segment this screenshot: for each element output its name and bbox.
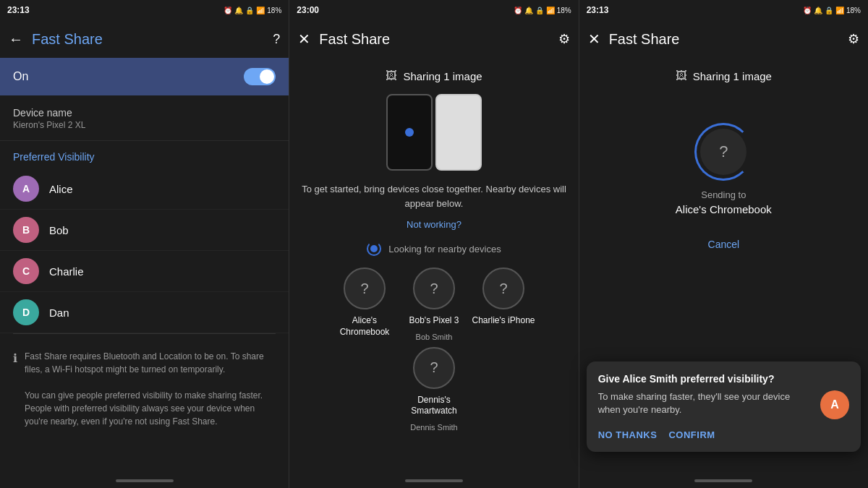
device-dennis-watch[interactable]: ? Dennis'sSmartwatch Dennis Smith <box>402 347 466 432</box>
device-owner-bob: Bob Smith <box>416 333 453 341</box>
phone-right <box>435 94 482 171</box>
avatar-bob: B <box>13 217 39 243</box>
mute-icon: 🔔 <box>234 7 243 14</box>
status-bar-1: 23:13 ⏰ 🔔 🔒 📶 18% <box>0 0 289 20</box>
page-title-3: Fast Share <box>609 31 839 48</box>
device-bob-pixel[interactable]: ? Bob's Pixel 3 Bob Smith <box>402 267 466 341</box>
no-thanks-button[interactable]: No thanks <box>598 429 658 440</box>
contact-dan[interactable]: D Dan <box>0 292 289 333</box>
info-text-1: Fast Share requires Bluetooth and Locati… <box>25 350 276 376</box>
device-icon-alice: ? <box>344 267 386 309</box>
back-icon[interactable]: ← <box>9 31 23 48</box>
device-owner-dennis: Dennis Smith <box>410 423 457 432</box>
avatar-charlie: C <box>13 258 39 284</box>
avatar-dan: D <box>13 299 39 325</box>
title-bar-1: ← Fast Share ? <box>0 20 289 58</box>
sending-content: 🖼 Sharing 1 image ? Sending to Alice's C… <box>579 58 868 474</box>
mute-icon-2: 🔔 <box>524 7 533 14</box>
looking-label: Looking for nearby devices <box>388 244 501 254</box>
panel-settings: 23:13 ⏰ 🔔 🔒 📶 18% ← Fast Share ? On Devi… <box>0 0 289 488</box>
home-indicator-1 <box>0 474 289 488</box>
vpn-icon-3: 🔒 <box>825 7 833 14</box>
sharing-content: 🖼 Sharing 1 image To get started, bring … <box>289 58 578 474</box>
info-box: ℹ Fast Share requires Bluetooth and Loca… <box>0 340 289 438</box>
device-name-dennis: Dennis'sSmartwatch <box>411 395 456 417</box>
home-indicator-3 <box>579 474 868 488</box>
close-icon-2[interactable]: ✕ <box>298 30 310 48</box>
phone-left <box>386 94 433 171</box>
info-icon: ℹ <box>13 351 17 428</box>
device-name-row[interactable]: Device name Kieron's Pixel 2 XL <box>0 97 289 141</box>
avatar-alice: A <box>13 176 39 202</box>
alarm-icon: ⏰ <box>224 7 232 14</box>
sending-to-label: Sending to <box>701 189 746 200</box>
phones-animation <box>386 94 482 171</box>
settings-icon-3[interactable]: ⚙ <box>848 31 859 47</box>
divider-1 <box>13 333 276 334</box>
sending-to-name: Alice's Chromebook <box>676 203 772 215</box>
info-text-container: Fast Share requires Bluetooth and Locati… <box>25 350 276 428</box>
contact-name-alice: Alice <box>49 183 73 195</box>
sending-container: ? Sending to Alice's Chromebook <box>676 123 772 215</box>
device-icon-charlie: ? <box>482 267 524 309</box>
device-alice-chromebook[interactable]: ? Alice'sChromebook <box>333 267 396 341</box>
battery-text-3: 18% <box>846 7 861 14</box>
sending-inner: ? <box>700 129 746 175</box>
preferred-visibility-header: Preferred Visibility <box>0 141 289 168</box>
mute-icon-3: 🔔 <box>814 7 822 14</box>
device-icon-bob: ? <box>413 267 455 309</box>
status-time-3: 23:13 <box>587 5 609 15</box>
preferred-visibility-sheet: Give Alice Smith preferred visibility? T… <box>587 361 861 452</box>
device-name-value: Kieron's Pixel 2 XL <box>13 120 276 130</box>
on-row[interactable]: On <box>0 58 289 95</box>
contact-alice[interactable]: A Alice <box>0 168 289 210</box>
on-toggle[interactable] <box>244 68 276 85</box>
cancel-button[interactable]: Cancel <box>708 239 740 250</box>
contact-name-dan: Dan <box>49 307 69 319</box>
image-icon-3: 🖼 <box>676 69 687 82</box>
device-icon-dennis: ? <box>413 347 455 389</box>
battery-text-2: 18% <box>557 7 571 14</box>
contact-name-bob: Bob <box>49 224 69 236</box>
battery-text: 18% <box>267 7 281 14</box>
contact-charlie[interactable]: C Charlie <box>0 251 289 292</box>
contact-name-charlie: Charlie <box>49 265 84 278</box>
settings-icon-2[interactable]: ⚙ <box>558 31 570 47</box>
status-time-1: 23:13 <box>7 5 30 15</box>
status-icons-2: ⏰ 🔔 🔒 📶 18% <box>514 7 571 14</box>
page-title-1: Fast Share <box>32 31 264 48</box>
title-bar-3: ✕ Fast Share ⚙ <box>579 20 868 58</box>
home-bar-3 <box>694 479 752 482</box>
signal-icon-3: 📶 <box>835 7 844 14</box>
device-grid: ? Alice'sChromebook ? Bob's Pixel 3 Bob … <box>301 267 566 432</box>
looking-row: Looking for nearby devices <box>367 241 501 256</box>
info-text-2: You can give people preferred visibility… <box>25 389 276 428</box>
alarm-icon-3: ⏰ <box>803 7 812 14</box>
status-icons-1: ⏰ 🔔 🔒 📶 18% <box>224 7 281 14</box>
close-icon-3[interactable]: ✕ <box>588 30 600 48</box>
not-working-link[interactable]: Not working? <box>407 219 461 230</box>
vpn-icon-2: 🔒 <box>535 7 544 14</box>
title-bar-2: ✕ Fast Share ⚙ <box>289 20 578 58</box>
panel-sharing: 23:00 ⏰ 🔔 🔒 📶 18% ✕ Fast Share ⚙ 🖼 Shari… <box>289 0 579 488</box>
device-name-bob: Bob's Pixel 3 <box>409 315 459 327</box>
bs-title: Give Alice Smith preferred visibility? <box>598 373 849 385</box>
image-icon: 🖼 <box>386 69 397 82</box>
sending-circle: ? <box>694 123 752 181</box>
device-name-charlie: Charlie's iPhone <box>472 315 535 327</box>
confirm-button[interactable]: Confirm <box>668 429 715 440</box>
status-bar-3: 23:13 ⏰ 🔔 🔒 📶 18% <box>579 0 868 20</box>
home-bar-2 <box>405 479 463 482</box>
on-label: On <box>13 70 28 83</box>
home-indicator-2 <box>289 474 578 488</box>
signal-icon: 📶 <box>256 7 265 14</box>
device-charlie-iphone[interactable]: ? Charlie's iPhone <box>472 267 535 341</box>
panel-sending: 23:13 ⏰ 🔔 🔒 📶 18% ✕ Fast Share ⚙ 🖼 Shari… <box>579 0 868 488</box>
help-icon[interactable]: ? <box>273 32 280 47</box>
contact-bob[interactable]: B Bob <box>0 210 289 251</box>
bs-body-text: To make sharing faster, they'll see your… <box>598 390 813 416</box>
device-name-alice: Alice'sChromebook <box>340 315 390 338</box>
status-bar-2: 23:00 ⏰ 🔔 🔒 📶 18% <box>289 0 578 20</box>
settings-content: On Device name Kieron's Pixel 2 XL Prefe… <box>0 58 289 474</box>
alarm-icon-2: ⏰ <box>514 7 522 14</box>
